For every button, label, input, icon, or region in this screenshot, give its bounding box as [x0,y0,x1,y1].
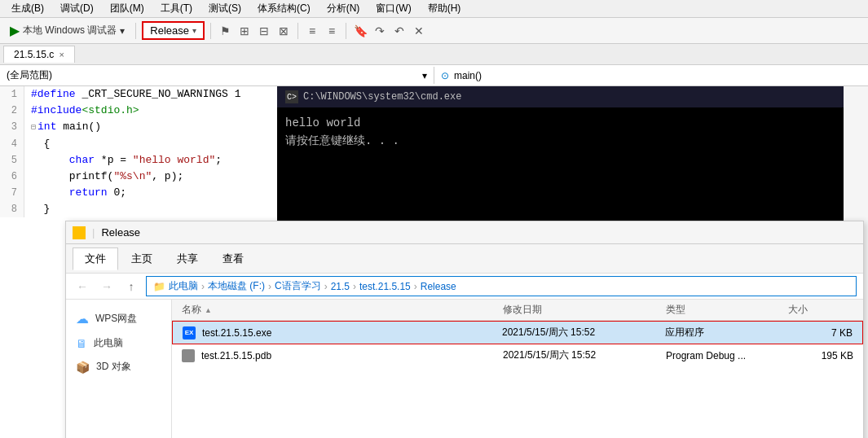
path-test[interactable]: test.21.5.15 [359,281,411,292]
sidebar-item-3d[interactable]: 📦 3D 对象 [66,355,171,379]
tab-bar: 21.5.15.c × [0,44,868,65]
menu-tools[interactable]: 工具(T) [154,0,199,17]
file-table-header: 名称 ▲ 修改日期 类型 大小 [172,300,863,321]
ribbon-tab-file[interactable]: 文件 [73,247,118,270]
file-explorer: | Release 文件 主页 共享 查看 ← → ↑ 📁 此电脑 › 本地磁盘… [65,221,864,438]
pc-icon: 🖥 [76,337,87,350]
cmd-window: C> C:\WINDOWS\system32\cmd.exe hello wor… [277,86,844,221]
menu-arch[interactable]: 体系结构(C) [251,0,317,17]
menu-team[interactable]: 团队(M) [104,0,151,17]
code-line-5: 5 char *p = "hello world"; [0,152,280,169]
cmd-title-text: C:\WINDOWS\system32\cmd.exe [303,91,461,103]
menu-test[interactable]: 测试(S) [202,0,248,17]
function-selector[interactable]: ⊙ main() [434,68,868,83]
pdb-size: 195 KB [788,350,853,361]
col-name[interactable]: 名称 ▲ [182,303,503,317]
sidebar-item-wps[interactable]: ☁ WPS网盘 [66,306,171,331]
explorer-title-text: Release [101,226,140,239]
menu-bar: 生成(B) 调试(D) 团队(M) 工具(T) 测试(S) 体系结构(C) 分析… [0,0,868,18]
toolbar-icon-2[interactable]: ⊞ [236,23,253,39]
menu-help[interactable]: 帮助(H) [421,0,468,17]
cmd-line-1: hello world [285,114,835,132]
code-line-2: 2 #include<stdio.h> [0,103,280,119]
line-num-8: 8 [0,201,24,217]
cmd-content: hello world 请按任意键继续. . . [277,107,844,221]
exe-size: 7 KB [787,327,853,339]
toolbar-icon-5[interactable]: ≡ [304,23,320,39]
play-icon: ▶ [10,23,20,38]
menu-window[interactable]: 窗口(W) [369,0,417,17]
col-date-label: 修改日期 [503,303,542,317]
line-content-4: { [24,136,50,152]
file-row-exe[interactable]: EX test.21.5.15.exe 2021/5/15/周六 15:52 应… [172,321,863,344]
col-size[interactable]: 大小 [788,303,853,317]
ribbon-tab-view[interactable]: 查看 [211,248,255,269]
path-drive[interactable]: 本地磁盘 (F:) [208,279,265,293]
file-tab[interactable]: 21.5.15.c × [3,46,75,63]
file-name-cell-exe: EX test.21.5.15.exe [183,326,502,339]
line-content-6: printf("%s\n", p); [24,169,183,185]
menu-build[interactable]: 生成(B) [5,0,51,17]
toolbar-icon-6[interactable]: ≡ [324,23,340,39]
ide-container: 生成(B) 调试(D) 团队(M) 工具(T) 测试(S) 体系结构(C) 分析… [0,0,868,438]
exe-type: 应用程序 [665,326,787,339]
release-dropdown[interactable]: Release ▾ [142,21,205,40]
scope-arrow-icon: ▾ [422,70,427,81]
3d-icon: 📦 [76,361,90,374]
target-icon[interactable]: ✕ [411,23,427,39]
sidebar-item-pc[interactable]: 🖥 此电脑 [66,331,171,355]
main-content: 1 #define _CRT_SECURE_NO_WARNINGS 1 2 #i… [0,86,868,438]
line-content-8: } [24,201,50,217]
ribbon-tab-share[interactable]: 共享 [165,248,209,269]
nav-back-button[interactable]: ← [73,277,92,296]
file-row-pdb[interactable]: test.21.5.15.pdb 2021/5/15/周六 15:52 Prog… [172,344,863,366]
toolbar-icon-4[interactable]: ⊠ [275,23,292,39]
explorer-ribbon: 文件 主页 共享 查看 [66,244,863,274]
debugger-label: 本地 Windows 调试器 [23,24,117,37]
file-sidebar: ☁ WPS网盘 🖥 此电脑 📦 3D 对象 [66,300,172,438]
toolbar-icon-3[interactable]: ⊟ [256,23,272,39]
nav-up-button[interactable]: ↑ [121,277,141,296]
toolbar-icon-1[interactable]: ⚑ [217,23,233,39]
col-date[interactable]: 修改日期 [503,303,666,317]
toolbar-sep-1 [135,23,136,39]
pdb-filename: test.21.5.15.pdb [201,350,271,361]
nav-forward-button[interactable]: → [97,277,117,296]
pdb-file-icon [182,349,195,362]
code-line-1: 1 #define _CRT_SECURE_NO_WARNINGS 1 [0,86,280,103]
menu-analyze[interactable]: 分析(N) [320,0,367,17]
ribbon-tab-home[interactable]: 主页 [120,248,164,269]
menu-debug[interactable]: 调试(D) [54,0,100,17]
tab-close-icon[interactable]: × [59,50,64,59]
code-line-8: 8 } [0,201,280,217]
file-content: 名称 ▲ 修改日期 类型 大小 [172,300,863,438]
col-type-label: 类型 [666,303,685,317]
cmd-line-2: 请按任意键继续. . . [285,132,835,150]
bookmark-icon[interactable]: 🔖 [352,23,368,39]
nav-back-icon[interactable]: ↶ [391,23,408,39]
pdb-date: 2021/5/15/周六 15:52 [503,348,666,362]
col-size-label: 大小 [788,303,808,317]
run-button[interactable]: ▶ 本地 Windows 调试器 ▾ [5,20,130,41]
cmd-icon: C> [285,90,298,103]
path-clang[interactable]: C语言学习 [275,279,321,293]
path-21-5[interactable]: 21.5 [331,281,350,292]
path-release[interactable]: Release [421,281,456,292]
code-header: (全局范围) ▾ ⊙ main() [0,65,868,86]
path-pc[interactable]: 此电脑 [169,279,198,293]
line-num-6: 6 [0,169,24,185]
release-label: Release [150,24,189,37]
address-path[interactable]: 📁 此电脑 › 本地磁盘 (F:) › C语言学习 › 21.5 › test.… [146,276,857,296]
line-content-2: #include<stdio.h> [24,103,139,119]
code-line-3: 3 ⊟int main() [0,119,280,136]
col-type[interactable]: 类型 [666,303,788,317]
line-num-5: 5 [0,152,24,169]
cmd-titlebar: C> C:\WINDOWS\system32\cmd.exe [277,86,844,107]
col-name-label: 名称 [182,303,201,317]
toolbar: ▶ 本地 Windows 调试器 ▾ Release ▾ ⚑ ⊞ ⊟ ⊠ ≡ ≡… [0,18,868,44]
path-folder-icon: 📁 [153,281,165,292]
line-content-7: return 0; [24,185,126,201]
scope-selector[interactable]: (全局范围) ▾ [0,67,434,84]
nav-forward-icon[interactable]: ↷ [372,23,388,39]
line-num-7: 7 [0,185,24,201]
